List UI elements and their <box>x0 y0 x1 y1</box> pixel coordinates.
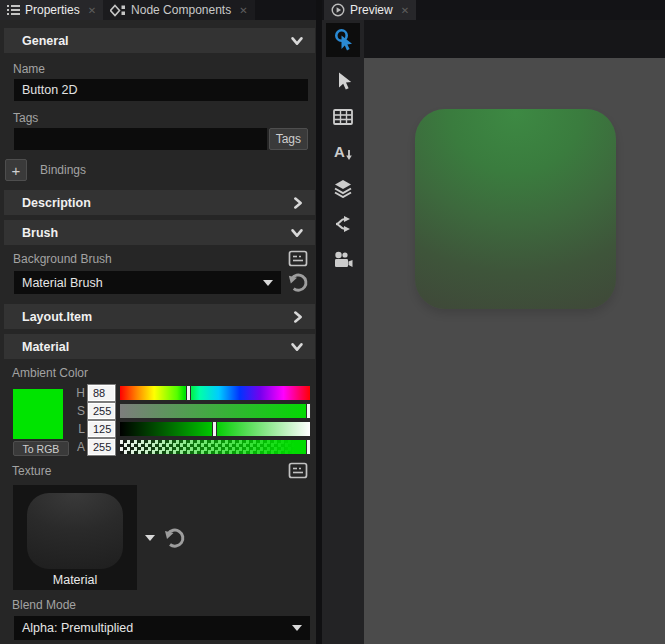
close-icon[interactable]: ✕ <box>401 5 409 16</box>
tab-properties-label: Properties <box>25 3 80 17</box>
stage-top-strip <box>364 20 665 58</box>
blend-mode-value: Alpha: Premultiplied <box>22 621 292 635</box>
section-description[interactable]: Description <box>4 190 315 215</box>
texture-preview[interactable]: Material <box>13 485 137 590</box>
interact-cursor-icon <box>332 28 354 52</box>
tab-preview[interactable]: Preview ✕ <box>324 0 416 20</box>
alpha-slider[interactable] <box>120 440 310 454</box>
alpha-slider-handle[interactable] <box>306 439 311 455</box>
texture-label: Texture <box>0 464 51 478</box>
arrow-cursor-icon <box>334 71 352 91</box>
saturation-slider[interactable] <box>120 404 310 418</box>
dropdown-caret-icon <box>292 625 302 631</box>
hue-value[interactable]: 88 <box>88 385 115 401</box>
section-general[interactable]: General <box>4 28 315 53</box>
grid-tool[interactable] <box>326 102 360 132</box>
blend-mode-label: Blend Mode <box>0 598 316 612</box>
dropdown-caret-icon <box>263 280 273 286</box>
text-icon: A <box>333 143 353 161</box>
connections-tool[interactable] <box>326 209 360 239</box>
lightness-slider[interactable] <box>120 422 310 436</box>
texture-thumbnail <box>27 493 123 569</box>
background-brush-label: Background Brush <box>0 252 112 266</box>
layers-tool[interactable] <box>326 173 360 203</box>
chevron-down-icon <box>289 34 305 48</box>
section-brush[interactable]: Brush <box>4 220 315 245</box>
node-components-icon <box>110 4 126 17</box>
preview-canvas[interactable] <box>364 58 665 644</box>
bindings-label: Bindings <box>40 163 86 177</box>
svg-text:A: A <box>334 143 345 160</box>
saturation-value[interactable]: 255 <box>88 403 115 419</box>
close-icon[interactable]: ✕ <box>88 5 96 16</box>
name-input[interactable] <box>14 79 308 101</box>
interact-tool[interactable] <box>326 23 360 57</box>
chevron-down-icon <box>289 340 305 354</box>
chevron-down-icon <box>289 226 305 240</box>
branch-arrows-icon <box>333 215 353 233</box>
saturation-label: S <box>73 404 85 418</box>
hue-slider-handle[interactable] <box>186 385 191 401</box>
preview-stage <box>364 20 665 644</box>
section-material[interactable]: Material <box>4 334 315 359</box>
dropdown-caret-icon[interactable] <box>145 535 155 541</box>
background-brush-value: Material Brush <box>22 276 263 290</box>
grid-icon <box>333 109 353 125</box>
close-icon[interactable]: ✕ <box>239 5 247 16</box>
tags-button-label: Tags <box>276 132 301 146</box>
lightness-slider-handle[interactable] <box>212 421 217 437</box>
camera-tool[interactable] <box>326 245 360 275</box>
alpha-row: A 255 <box>73 440 310 454</box>
hue-slider[interactable] <box>120 386 310 400</box>
alpha-value[interactable]: 255 <box>88 439 115 455</box>
right-tabbar: Preview ✕ <box>322 0 665 20</box>
open-editor-icon[interactable] <box>288 250 308 268</box>
add-binding-button[interactable]: + <box>5 159 27 181</box>
texture-name: Material <box>53 573 97 587</box>
preview-panel: Preview ✕ <box>316 0 665 644</box>
reset-icon[interactable] <box>163 527 185 549</box>
alpha-label: A <box>73 440 85 454</box>
lightness-value[interactable]: 125 <box>88 421 115 437</box>
list-icon <box>7 4 20 16</box>
color-swatch[interactable] <box>13 389 63 439</box>
section-material-title: Material <box>22 340 69 354</box>
tags-input[interactable] <box>14 128 267 150</box>
video-camera-icon <box>333 251 354 269</box>
text-tool[interactable]: A <box>326 137 360 167</box>
lightness-label: L <box>73 422 85 436</box>
name-label: Name <box>0 62 316 76</box>
button-2d-preview[interactable] <box>415 109 616 309</box>
tab-properties[interactable]: Properties ✕ <box>0 0 103 20</box>
section-description-title: Description <box>22 196 91 210</box>
open-editor-icon[interactable] <box>288 462 308 480</box>
preview-toolbar: A <box>322 20 364 644</box>
tab-node-components[interactable]: Node Components ✕ <box>103 0 254 20</box>
layers-icon <box>333 179 353 198</box>
app-window: Properties ✕ Node Components ✕ General <box>0 0 665 644</box>
tags-label: Tags <box>0 111 316 125</box>
left-tabbar: Properties ✕ Node Components ✕ <box>0 0 316 20</box>
section-layout-item-title: Layout.Item <box>22 310 92 324</box>
hue-row: H 88 <box>73 386 310 400</box>
properties-body: General Name Tags Tags + <box>0 20 316 644</box>
tab-preview-label: Preview <box>350 3 393 17</box>
saturation-row: S 255 <box>73 404 310 418</box>
tab-node-components-label: Node Components <box>131 3 231 17</box>
section-brush-title: Brush <box>22 226 58 240</box>
plus-icon: + <box>12 162 21 179</box>
chevron-right-icon <box>291 309 305 325</box>
to-rgb-label: To RGB <box>23 443 60 455</box>
background-brush-dropdown[interactable]: Material Brush <box>14 271 281 294</box>
play-circle-icon <box>331 3 345 17</box>
tags-button[interactable]: Tags <box>269 128 308 150</box>
chevron-right-icon <box>291 195 305 211</box>
section-layout-item[interactable]: Layout.Item <box>4 304 315 329</box>
select-tool[interactable] <box>326 66 360 96</box>
saturation-slider-handle[interactable] <box>306 403 311 419</box>
color-editor: To RGB H 88 S 255 <box>0 386 316 458</box>
ambient-color-label: Ambient Color <box>0 366 316 380</box>
blend-mode-dropdown[interactable]: Alpha: Premultiplied <box>14 616 310 640</box>
to-rgb-button[interactable]: To RGB <box>13 441 69 456</box>
reset-icon[interactable] <box>287 272 308 293</box>
